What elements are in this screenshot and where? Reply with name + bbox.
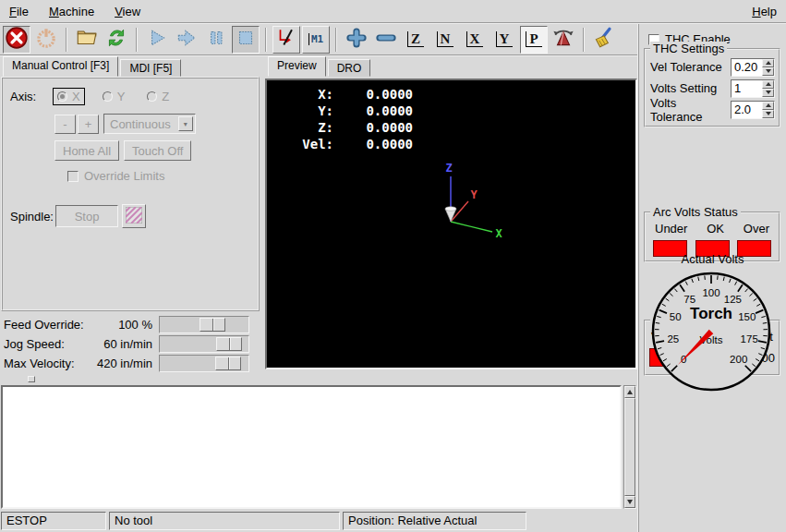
pause-button[interactable] bbox=[202, 26, 230, 54]
reload-file-button[interactable] bbox=[103, 26, 130, 54]
override-limits-checkbox[interactable] bbox=[67, 171, 79, 182]
jog-minus-button[interactable]: - bbox=[54, 115, 76, 134]
view-side-button[interactable]: X bbox=[461, 26, 489, 54]
position-mode-cell: Position: Relative Actual bbox=[343, 512, 526, 530]
svg-text:200: 200 bbox=[730, 354, 747, 365]
spindle-stop-button[interactable]: Stop bbox=[55, 205, 118, 227]
menubar: File Machine View Help bbox=[0, 0, 786, 24]
spin-down-icon[interactable] bbox=[762, 67, 774, 76]
svg-text:125: 125 bbox=[724, 294, 742, 305]
y-axis-label: Y bbox=[470, 188, 478, 201]
spindle-brake-button[interactable] bbox=[122, 204, 146, 228]
manual-control-box: Axis: X Y Z bbox=[1, 77, 260, 311]
home-all-button[interactable]: Home All bbox=[54, 140, 119, 161]
toolbar-separator bbox=[265, 28, 267, 52]
menu-file[interactable]: File bbox=[9, 5, 29, 18]
slider-handle[interactable] bbox=[215, 357, 241, 370]
view-z-icon: Z bbox=[407, 31, 424, 47]
estop-button[interactable] bbox=[3, 26, 30, 54]
preview-canvas[interactable]: Z Y X X:0.0000 Y:0.0000 Z:0.0000 Vel:0.0… bbox=[265, 79, 637, 369]
max-velocity-label: Max Velocity: bbox=[0, 357, 87, 370]
optional-stop-button[interactable]: M1 bbox=[302, 26, 330, 54]
axis-radio-y[interactable]: Y bbox=[98, 88, 130, 105]
estop-status-cell: ESTOP bbox=[1, 512, 106, 530]
view-front-button[interactable]: Y bbox=[490, 26, 518, 54]
spin-up-icon[interactable] bbox=[762, 59, 774, 67]
view-perspective-button[interactable]: P bbox=[520, 26, 548, 54]
toolbar-separator bbox=[136, 28, 138, 52]
toolbar-separator bbox=[335, 28, 337, 52]
brake-pattern-icon bbox=[126, 207, 142, 226]
axis-radio-z[interactable]: Z bbox=[142, 88, 174, 105]
volts-tolerance-spinbox[interactable]: 2.0 bbox=[731, 101, 775, 119]
stop-button[interactable] bbox=[232, 26, 260, 54]
view-top-button[interactable]: Z bbox=[402, 26, 429, 54]
scroll-down-icon[interactable] bbox=[624, 496, 635, 508]
scroll-thumb[interactable] bbox=[624, 398, 635, 496]
menu-machine[interactable]: Machine bbox=[49, 5, 94, 18]
reload-icon bbox=[104, 26, 128, 53]
tab-dro[interactable]: DRO bbox=[328, 59, 371, 77]
machine-power-button[interactable] bbox=[32, 26, 60, 54]
dro-readout: X:0.0000 Y:0.0000 Z:0.0000 Vel:0.0000 bbox=[274, 86, 413, 152]
menu-help[interactable]: Help bbox=[752, 5, 777, 18]
feed-override-slider[interactable] bbox=[159, 316, 249, 333]
spin-down-icon[interactable] bbox=[762, 89, 774, 97]
radio-icon bbox=[147, 91, 157, 102]
view-p-icon: P bbox=[526, 31, 541, 47]
spin-up-icon[interactable] bbox=[762, 102, 774, 110]
jog-mode-select[interactable]: Continuous ▾ bbox=[103, 114, 196, 134]
x-axis-label: X bbox=[495, 227, 502, 240]
manual-control-panel: Manual Control [F3] MDI [F5] Axis: X bbox=[0, 56, 261, 378]
skip-lines-button[interactable] bbox=[272, 26, 300, 54]
toolbar-separator bbox=[583, 28, 585, 52]
chevron-down-icon: ▾ bbox=[178, 116, 193, 131]
gcode-scrollbar[interactable] bbox=[623, 385, 636, 509]
max-velocity-value: 420 in/min bbox=[87, 357, 159, 370]
view-top-rotated-button[interactable]: N bbox=[431, 26, 459, 54]
tab-preview[interactable]: Preview bbox=[268, 56, 326, 77]
zoom-out-button[interactable] bbox=[372, 26, 400, 54]
z-axis-label: Z bbox=[445, 162, 452, 175]
gcode-listing[interactable] bbox=[1, 385, 622, 509]
spin-up-icon[interactable] bbox=[762, 80, 774, 89]
view-y-icon: Y bbox=[496, 31, 514, 47]
zoom-in-button[interactable] bbox=[343, 26, 370, 54]
max-velocity-slider[interactable] bbox=[159, 355, 249, 372]
thc-settings-group: THC Settings Vel Tolerance 0.20 Volts Se… bbox=[644, 48, 780, 127]
override-sliders: Feed Override: 100 % Jog Speed: 60 in/mi… bbox=[0, 315, 260, 373]
slider-handle[interactable] bbox=[200, 318, 225, 332]
touch-off-button[interactable]: Touch Off bbox=[124, 140, 191, 161]
svg-text:25: 25 bbox=[667, 333, 679, 345]
open-folder-icon bbox=[75, 26, 99, 53]
tab-manual-control[interactable]: Manual Control [F3] bbox=[3, 56, 118, 77]
spindle-label: Spindle: bbox=[10, 210, 55, 224]
skip-lines-icon bbox=[274, 26, 298, 53]
volts-setting-label: Volts Setting bbox=[650, 81, 731, 95]
plus-icon bbox=[345, 26, 369, 53]
vel-tolerance-spinbox[interactable]: 0.20 bbox=[731, 58, 775, 77]
step-button[interactable] bbox=[173, 26, 200, 54]
volts-setting-spinbox[interactable]: 1 bbox=[731, 79, 775, 98]
run-button[interactable] bbox=[143, 26, 171, 54]
rotate-view-button[interactable] bbox=[550, 26, 577, 54]
minus-icon bbox=[374, 26, 398, 53]
jog-speed-slider[interactable] bbox=[159, 335, 249, 353]
open-file-button[interactable] bbox=[73, 26, 101, 54]
toolbar: M1 Z N X Y bbox=[0, 24, 637, 56]
jog-plus-button[interactable]: + bbox=[78, 115, 99, 134]
scroll-up-icon[interactable] bbox=[624, 386, 635, 398]
estop-icon bbox=[5, 26, 29, 53]
torch-volts-gauge: 0255075100125150175200TorchVolts bbox=[649, 270, 773, 393]
clear-plot-button[interactable] bbox=[590, 26, 618, 54]
tool-status-cell: No tool bbox=[109, 512, 340, 530]
tab-mdi[interactable]: MDI [F5] bbox=[120, 59, 181, 77]
toolbar-separator bbox=[66, 28, 67, 52]
spin-down-icon[interactable] bbox=[762, 110, 774, 118]
feed-override-label: Feed Override: bbox=[0, 318, 87, 332]
thc-settings-title: THC Settings bbox=[650, 42, 727, 55]
menu-view[interactable]: View bbox=[115, 5, 140, 18]
slider-handle[interactable] bbox=[216, 337, 242, 351]
pane-sash[interactable] bbox=[28, 376, 35, 382]
axis-radio-x[interactable]: X bbox=[53, 88, 85, 105]
